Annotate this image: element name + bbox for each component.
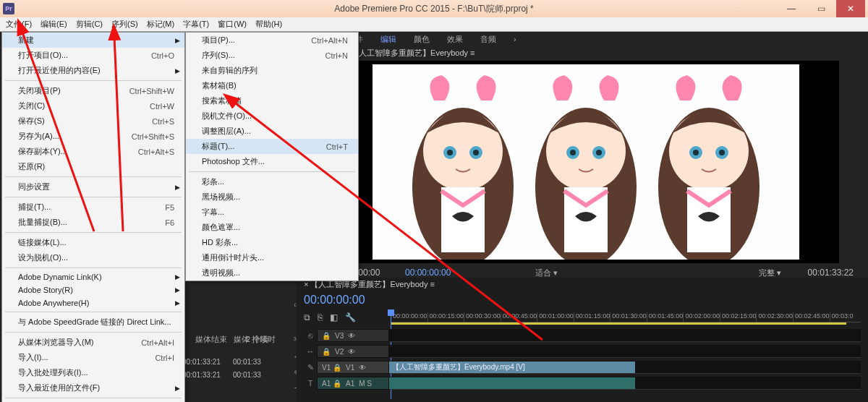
project-item-count: 2 个项 — [246, 334, 268, 345]
ruler-tick: 00:02:00:00 — [683, 312, 720, 322]
menu-item[interactable]: 还原(R) — [2, 159, 184, 174]
timeline-panel: × 【人工智障多重颜艺】Everybody ≡ 00:00:00:00 ⧉ ⎘ … — [297, 278, 868, 402]
workspace-tab[interactable]: 编辑 — [373, 33, 404, 46]
menu-item[interactable]: 新建▶ — [2, 33, 184, 48]
ruler-tick: 00:01:15:00 — [574, 312, 610, 322]
menu-item[interactable]: 导入批处理列表(I)... — [2, 365, 184, 380]
menu-2[interactable]: 剪辑(C) — [72, 17, 107, 31]
menu-item[interactable]: 序列(S)...Ctrl+N — [186, 48, 358, 63]
svg-point-11 — [570, 150, 576, 155]
audio-clip[interactable] — [389, 377, 635, 389]
close-button[interactable]: ✕ — [836, 0, 865, 17]
menu-item[interactable]: 脱机文件(O)... — [186, 108, 358, 124]
menu-item[interactable]: 项目(P)...Ctrl+Alt+N — [186, 33, 358, 48]
marker-icon[interactable]: ◧ — [330, 312, 338, 322]
timeline-ruler[interactable]: 00:00:00:0000:00:15:0000:00:30:0000:00:4… — [391, 312, 861, 322]
menu-item[interactable]: 与 Adobe SpeedGrade 链接的 Direct Link... — [2, 315, 184, 330]
menu-item[interactable]: 来自剪辑的序列 — [186, 63, 358, 78]
menu-item[interactable]: 设为脱机(O)... — [2, 250, 184, 265]
ruler-tick: 00:02:45:00 — [793, 312, 830, 322]
menu-item[interactable]: 通用倒计时片头... — [186, 250, 358, 265]
svg-point-5 — [473, 150, 479, 155]
menu-item[interactable]: 黑场视频... — [186, 189, 358, 205]
program-canvas — [373, 64, 799, 260]
wrench-icon[interactable]: 🔧 — [345, 312, 356, 322]
track-header-v1[interactable]: V1 🔒V1👁 — [317, 361, 389, 374]
menu-item[interactable]: 批量捕捉(B)...F6 — [2, 215, 184, 230]
menu-item[interactable]: 保存(S)Ctrl+S — [2, 114, 184, 129]
menu-item[interactable]: 标题(T)...Ctrl+T — [186, 139, 358, 154]
menu-7[interactable]: 帮助(H) — [251, 17, 286, 31]
video-clip[interactable]: 【人工智障多重颜艺】Everybody.mp4 [V] — [389, 362, 635, 373]
track-header-v3[interactable]: 🔒V3👁 — [317, 329, 389, 342]
track-tool[interactable]: ✎ — [304, 363, 317, 372]
workspace-tab[interactable]: 音频 — [473, 33, 503, 46]
menu-item[interactable]: 颜色遮罩... — [186, 220, 358, 235]
track-lane[interactable]: 【人工智障多重颜艺】Everybody.mp4 [V] — [389, 361, 861, 374]
menu-item[interactable]: 同步设置▶ — [2, 179, 184, 194]
track-header-v2[interactable]: 🔒V2👁 — [317, 345, 389, 358]
menu-0[interactable]: 文件(F) — [1, 17, 36, 31]
menu-item[interactable]: Adobe Story(R)▶ — [2, 283, 184, 296]
menu-item[interactable]: 透明视频... — [186, 265, 358, 281]
track-header-a1[interactable]: A1 🔒A1M S — [317, 377, 389, 390]
more-tabs[interactable]: › — [506, 33, 524, 45]
ruler-tick: 00:00:45:00 — [501, 312, 537, 322]
ruler-tick: 00:02:15:00 — [720, 312, 757, 322]
menu-item[interactable]: 打开项目(O)...Ctrl+O — [2, 48, 184, 63]
menu-item[interactable]: Adobe Dynamic Link(K)▶ — [2, 270, 184, 283]
program-tc-current[interactable]: 00:00:00:00 — [405, 268, 451, 278]
ruler-tick: 00:00:30:00 — [464, 312, 501, 322]
program-fit-select[interactable]: 适合 ▾ — [535, 268, 558, 278]
menu-item[interactable]: 字幕... — [186, 205, 358, 220]
snap-icon[interactable]: ⧉ — [304, 312, 310, 322]
file-menu[interactable]: 新建▶打开项目(O)...Ctrl+O打开最近使用的内容(E)▶关闭项目(P)C… — [1, 32, 185, 402]
ruler-tick: 00:02:30:00 — [756, 312, 793, 322]
menu-4[interactable]: 标记(M) — [142, 17, 179, 31]
ruler-tick: 00:00:15:00 — [427, 312, 464, 322]
workspace-tab[interactable]: 效果 — [440, 33, 470, 46]
track-lane[interactable] — [389, 377, 861, 390]
maximize-button[interactable]: ▭ — [807, 0, 835, 17]
menu-item[interactable]: 搜索素材箱 — [186, 93, 358, 108]
timeline-tracks: ⎋🔒V3👁 ↔🔒V2👁 ✎V1 🔒V1👁【人工智障多重颜艺】Everybody.… — [304, 328, 861, 392]
svg-point-12 — [596, 150, 602, 155]
menu-1[interactable]: 编辑(E) — [36, 17, 72, 31]
menu-item[interactable]: 导入(I)...Ctrl+I — [2, 350, 184, 365]
menu-item[interactable]: 链接媒体(L)... — [2, 235, 184, 250]
track-tool[interactable]: ↔ — [304, 347, 317, 356]
menu-5[interactable]: 字幕(T) — [179, 17, 213, 31]
menu-item[interactable]: Adobe Anywhere(H)▶ — [2, 296, 184, 309]
menu-item[interactable]: Photoshop 文件... — [186, 154, 358, 169]
menu-item[interactable]: 彩条... — [186, 174, 358, 189]
menu-item[interactable]: 保存副本(Y)...Ctrl+Alt+S — [2, 144, 184, 159]
ruler-tick: 00:00:00:00 — [391, 312, 427, 322]
file-new-submenu[interactable]: 项目(P)...Ctrl+Alt+N序列(S)...Ctrl+N来自剪辑的序列素… — [185, 32, 359, 281]
window-title: Adobe Premiere Pro CC 2015 - F:\BuT\院师.p… — [334, 3, 533, 15]
track-tool[interactable]: ⎋ — [304, 331, 317, 340]
timeline-tc[interactable]: 00:00:00:00 — [304, 294, 365, 307]
track-tool[interactable]: T — [304, 379, 317, 388]
work-area-bar[interactable] — [391, 322, 846, 325]
workspace-tab[interactable]: 颜色 — [407, 33, 437, 46]
menu-item[interactable]: 从媒体浏览器导入(M)Ctrl+Alt+I — [2, 335, 184, 350]
menu-6[interactable]: 窗口(W) — [213, 17, 251, 31]
menu-item[interactable]: 导入最近使用的文件(F)▶ — [2, 380, 184, 395]
track-lane[interactable] — [389, 329, 861, 342]
menu-item[interactable]: 捕捉(T)...F5 — [2, 200, 184, 215]
track-lane[interactable] — [389, 345, 861, 358]
menu-item[interactable]: 调整图层(A)... — [186, 124, 358, 139]
menu-item[interactable]: 打开最近使用的内容(E)▶ — [2, 63, 184, 78]
menu-item[interactable]: 关闭项目(P)Ctrl+Shift+W — [2, 83, 184, 98]
title-bar: Pr Adobe Premiere Pro CC 2015 - F:\BuT\院… — [0, 0, 868, 17]
link-icon[interactable]: ⎘ — [318, 312, 323, 322]
program-resolution-select[interactable]: 完整 ▾ — [759, 268, 781, 278]
menu-item[interactable]: 关闭(C)Ctrl+W — [2, 98, 184, 114]
svg-point-1 — [423, 111, 503, 191]
menu-3[interactable]: 序列(S) — [107, 17, 142, 31]
menu-item[interactable]: 另存为(A)...Ctrl+Shift+S — [2, 129, 184, 144]
minimize-button[interactable]: — — [777, 0, 806, 17]
program-monitor[interactable] — [333, 61, 839, 263]
menu-item[interactable]: 素材箱(B) — [186, 78, 358, 93]
menu-item[interactable]: HD 彩条... — [186, 235, 358, 250]
